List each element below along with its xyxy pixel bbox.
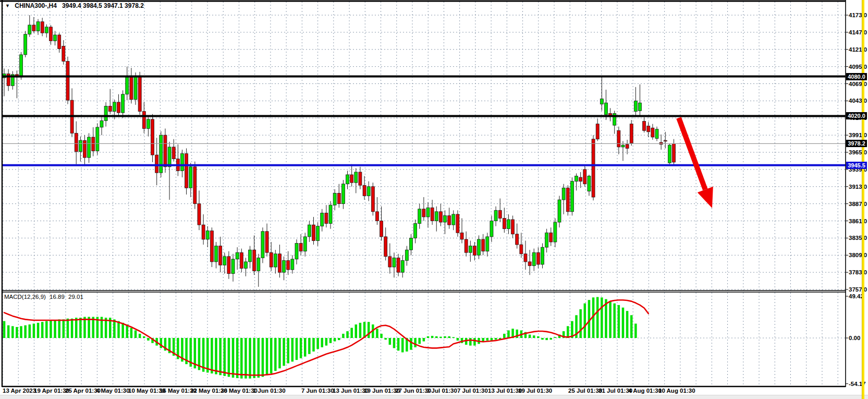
- candle: [325, 205, 328, 227]
- time-axis-label: 4 Aug 01:30: [628, 388, 662, 394]
- candle-body-bull: [435, 212, 438, 221]
- macd-bar: [287, 338, 289, 364]
- candle-body-bull: [426, 208, 430, 217]
- candle: [621, 141, 625, 161]
- candle-body-bull: [478, 239, 481, 255]
- time-axis-label: 31 Jul 01:30: [598, 388, 632, 394]
- macd-bar: [622, 308, 625, 338]
- candle-body-bear: [384, 237, 387, 257]
- candle-body-bear: [325, 213, 328, 223]
- candle: [494, 207, 497, 226]
- candle-body-bull: [639, 103, 642, 111]
- candle-body-bull: [231, 259, 235, 274]
- candle-body-bear: [626, 144, 629, 149]
- candle-body-bear: [270, 252, 273, 267]
- candle: [193, 162, 197, 209]
- candle-body-bear: [448, 215, 451, 225]
- macd-bar: [7, 325, 10, 338]
- candle: [126, 67, 129, 100]
- candle: [41, 18, 44, 36]
- macd-bar: [232, 338, 235, 378]
- macd-bar: [211, 338, 213, 373]
- candle-body-bear: [583, 170, 586, 184]
- candle: [88, 133, 91, 163]
- macd-bar: [139, 334, 141, 338]
- macd-bar: [244, 338, 247, 379]
- macd-bar: [545, 338, 548, 340]
- candle-body-bear: [456, 214, 459, 233]
- macd-bar: [380, 334, 383, 338]
- candle: [460, 218, 463, 243]
- candle-body-bear: [528, 262, 531, 266]
- candle-body-bull: [28, 25, 31, 34]
- macd-bar: [414, 338, 417, 347]
- candle: [283, 257, 286, 281]
- candle: [562, 184, 565, 214]
- candle: [185, 148, 188, 195]
- candle-body-bull: [291, 259, 294, 270]
- candle-body-bear: [108, 106, 112, 111]
- candle-body-bull: [405, 250, 408, 260]
- macd-bar: [634, 323, 637, 338]
- macd-bar: [618, 305, 620, 338]
- candle: [303, 233, 307, 257]
- candle: [54, 31, 57, 45]
- grid-layer: [3, 2, 846, 386]
- candle-body-bear: [375, 212, 378, 221]
- candle-body-bull: [554, 222, 557, 242]
- macd-bar: [296, 338, 298, 360]
- candle: [36, 19, 40, 35]
- candle: [244, 258, 247, 276]
- macd-bar: [329, 338, 332, 343]
- candle: [142, 102, 145, 133]
- candle: [83, 135, 86, 166]
- candle: [49, 25, 52, 45]
- macd-bar: [160, 338, 163, 348]
- candle: [180, 150, 184, 177]
- macd-bar: [300, 338, 302, 358]
- candle: [333, 189, 336, 210]
- candle: [146, 115, 150, 136]
- symbol-dropdown-icon[interactable]: ▼: [5, 3, 10, 8]
- candle: [570, 177, 573, 215]
- macd-bar: [67, 319, 69, 338]
- macd-bar: [495, 338, 497, 340]
- candle-body-bull: [541, 247, 544, 264]
- candle-body-bear: [130, 77, 133, 100]
- macd-bar: [308, 338, 311, 354]
- macd-bar: [491, 338, 493, 341]
- candle: [651, 124, 654, 140]
- time-axis[interactable]: 13 Apr 202319 Apr 01:3025 Apr 01:304 May…: [3, 388, 695, 394]
- candle-body-bear: [473, 246, 476, 256]
- macd-indicator-label: MACD(12,26,9) 16.89 29.01: [4, 294, 85, 300]
- candle-body-bull: [604, 103, 607, 115]
- candle: [448, 208, 451, 228]
- macd-bar: [316, 338, 319, 349]
- candle-body-bear: [350, 175, 353, 183]
- candle: [596, 119, 599, 141]
- candle: [58, 33, 61, 53]
- level-lines-layer[interactable]: [3, 77, 846, 165]
- candle-body-bear: [566, 188, 569, 212]
- macd-histogram-layer: [3, 297, 637, 378]
- macd-bar: [113, 319, 116, 338]
- macd-bar: [601, 297, 603, 338]
- chart-canvas[interactable]: 4173.04147.04121.04095.04069.04043.04017…: [0, 0, 868, 399]
- macd-bar: [469, 338, 472, 346]
- macd-bar: [389, 338, 392, 345]
- candle: [393, 252, 396, 277]
- macd-bar: [444, 336, 446, 338]
- macd-bar: [554, 337, 557, 338]
- macd-bar: [596, 297, 599, 338]
- arrow-annotation[interactable]: [679, 118, 713, 208]
- candle-body-bull: [321, 213, 324, 226]
- candle-body-bear: [482, 239, 485, 251]
- macd-bar: [410, 338, 412, 350]
- candle-body-bear: [75, 133, 78, 151]
- candle: [210, 227, 213, 267]
- candle-body-bull: [160, 135, 163, 173]
- candle: [524, 240, 527, 270]
- candle-body-bear: [312, 225, 315, 240]
- candle-body-bull: [189, 167, 192, 188]
- candle-body-bull: [96, 127, 99, 151]
